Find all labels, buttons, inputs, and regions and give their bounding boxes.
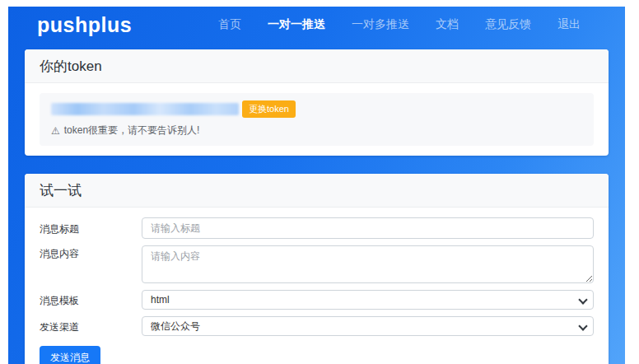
brand-logo[interactable]: pushplus: [37, 13, 132, 37]
nav-item-one-to-many[interactable]: 一对多推送: [338, 17, 422, 32]
page-content: 你的token 更换token ⚠ token很重要，请不要告诉别人! 试一试: [8, 43, 625, 364]
page-background: pushplus 首页 一对一推送 一对多推送 文档 意见反馈 退出 你的tok…: [8, 7, 625, 364]
message-template-label: 消息模板: [40, 292, 142, 308]
token-card-body: 更换token ⚠ token很重要，请不要告诉别人!: [25, 83, 609, 156]
main-nav: 首页 一对一推送 一对多推送 文档 意见反馈 退出: [205, 17, 594, 32]
form-row-channel: 发送渠道 微信公众号: [40, 316, 594, 336]
token-warning-text: token很重要，请不要告诉别人!: [64, 124, 200, 138]
form-row-template: 消息模板 html: [40, 290, 594, 310]
token-box: 更换token ⚠ token很重要，请不要告诉别人!: [40, 93, 594, 146]
nav-item-logout[interactable]: 退出: [544, 17, 594, 32]
message-content-label: 消息内容: [40, 245, 142, 261]
send-channel-label: 发送渠道: [40, 319, 142, 334]
try-card-body: 消息标题 消息内容 消息模板 html: [25, 208, 609, 364]
token-card-title: 你的token: [40, 58, 102, 74]
send-message-button[interactable]: 发送消息: [40, 346, 100, 364]
change-token-button[interactable]: 更换token: [242, 100, 296, 118]
top-navbar: pushplus 首页 一对一推送 一对多推送 文档 意见反馈 退出: [8, 7, 625, 43]
nav-item-one-to-one[interactable]: 一对一推送: [254, 17, 338, 32]
try-card-header: 试一试: [25, 174, 609, 208]
form-row-title: 消息标题: [40, 217, 594, 239]
token-row: 更换token: [51, 100, 582, 118]
send-channel-select[interactable]: 微信公众号: [142, 316, 594, 336]
nav-item-docs[interactable]: 文档: [422, 17, 472, 32]
try-card-title: 试一试: [40, 183, 82, 198]
message-title-input[interactable]: [142, 217, 594, 239]
message-title-label: 消息标题: [40, 221, 142, 236]
token-card-header: 你的token: [25, 49, 609, 83]
warning-icon: ⚠: [51, 125, 60, 137]
message-template-select[interactable]: html: [142, 290, 594, 310]
token-warning: ⚠ token很重要，请不要告诉别人!: [51, 124, 582, 138]
message-template-select-wrap: html: [142, 290, 594, 310]
form-row-content: 消息内容: [40, 245, 594, 283]
message-content-textarea[interactable]: [142, 245, 594, 283]
nav-item-feedback[interactable]: 意见反馈: [472, 17, 544, 32]
try-card: 试一试 消息标题 消息内容 消息模板 html: [25, 174, 609, 364]
nav-item-home[interactable]: 首页: [205, 17, 254, 32]
send-channel-select-wrap: 微信公众号: [142, 316, 594, 336]
token-card: 你的token 更换token ⚠ token很重要，请不要告诉别人!: [25, 49, 609, 156]
token-value-redacted: [51, 103, 239, 115]
